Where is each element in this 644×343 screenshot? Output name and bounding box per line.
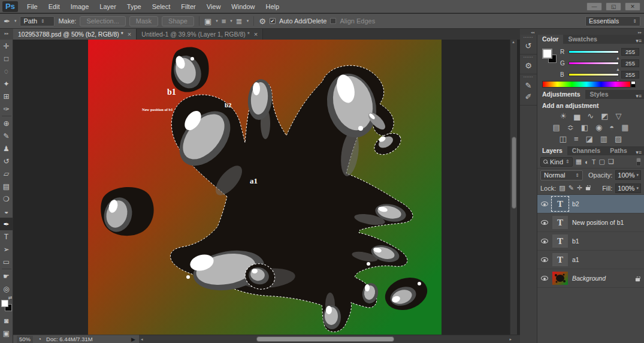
spot-healing-tool[interactable]: ⊕	[0, 117, 13, 130]
blur-tool[interactable]: ❍	[0, 192, 13, 205]
scroll-right-icon[interactable]: ▸	[509, 337, 512, 342]
tool-preset-caret-icon[interactable]: ▾	[14, 19, 17, 23]
foreground-color-swatch[interactable]	[542, 49, 552, 59]
tab-channels[interactable]: Channels	[567, 146, 605, 155]
screen-mode-button[interactable]: ▣	[0, 327, 13, 339]
filter-adjustment-icon[interactable]: ◐	[585, 158, 589, 166]
document-tab-2[interactable]: Untitled-1 @ 39.9% (Layer 1, RGB/8) * ×	[137, 29, 263, 40]
document-canvas[interactable]: b1 b2 New position of b1 a1	[88, 40, 442, 335]
collapse-panels-icon[interactable]: ▸▸	[638, 30, 642, 34]
zoom-tool[interactable]: ◎	[0, 282, 13, 295]
layer-thumbnail[interactable]: T	[552, 197, 568, 210]
gear-icon[interactable]: ⚙	[259, 17, 266, 26]
layer-thumbnail[interactable]: T	[552, 216, 568, 229]
align-edges-checkbox[interactable]	[330, 18, 336, 24]
blue-slider[interactable]: ▲	[569, 73, 619, 76]
posterize-icon[interactable]: ≡	[574, 134, 579, 143]
color-lookup-icon[interactable]: ▦	[621, 123, 628, 132]
exposure-icon[interactable]: ◩	[601, 112, 608, 121]
color-balance-icon[interactable]: ≎	[567, 123, 574, 132]
crop-tool[interactable]: ⊞	[0, 90, 13, 103]
brightness-contrast-icon[interactable]: ☀	[560, 112, 567, 121]
brush-presets-icon[interactable]: ✎	[520, 81, 537, 90]
hue-saturation-icon[interactable]: ▤	[553, 123, 560, 132]
invert-icon[interactable]: ◫	[560, 134, 567, 143]
tool-mode-select[interactable]: Path ⇕	[20, 16, 55, 26]
quick-mask-button[interactable]: ◙	[0, 314, 13, 327]
history-brush-tool[interactable]: ↺	[0, 155, 13, 167]
eraser-tool[interactable]: ▱	[0, 167, 13, 180]
scroll-up-icon[interactable]: ▲	[512, 40, 515, 44]
quick-selection-tool[interactable]: ✦	[0, 77, 13, 90]
horizontal-scrollbar[interactable]: ◂ ▸	[139, 335, 520, 343]
properties-icon[interactable]: ⚙	[520, 61, 537, 70]
panel-menu-icon[interactable]: ▾≡	[636, 38, 644, 44]
red-slider[interactable]: ▲	[569, 50, 619, 53]
menu-file[interactable]: File	[22, 3, 43, 10]
threshold-icon[interactable]: ◪	[586, 134, 593, 143]
tab-paths[interactable]: Paths	[605, 146, 632, 155]
auto-add-delete-checkbox[interactable]: ✔	[270, 18, 276, 24]
clone-stamp-tool[interactable]: ♟	[0, 142, 13, 155]
minimize-button[interactable]: —	[586, 2, 602, 11]
visibility-eye-icon[interactable]	[541, 276, 548, 281]
type-tool[interactable]: T	[0, 230, 13, 243]
gradient-map-icon[interactable]: ▥	[600, 134, 607, 143]
close-button[interactable]: ✕	[625, 2, 640, 11]
filter-shape-icon[interactable]: ▢	[599, 158, 605, 166]
tab-close-icon[interactable]: ×	[128, 31, 131, 38]
toolbar-collapse-icon[interactable]: ▸▸	[0, 29, 13, 40]
move-tool[interactable]: ✛	[0, 40, 13, 52]
path-alignment-icon[interactable]: ≡	[222, 17, 226, 26]
layer-row-b2[interactable]: T b2	[537, 195, 644, 213]
panel-menu-icon[interactable]: ▾≡	[636, 93, 644, 99]
chevron-down-icon[interactable]: ▾	[636, 173, 639, 177]
expand-panels-icon[interactable]: ◂◂	[531, 30, 534, 34]
menu-help[interactable]: Help	[260, 3, 285, 10]
red-value-field[interactable]: 255	[621, 48, 639, 56]
menu-select[interactable]: Select	[147, 3, 176, 10]
vibrance-icon[interactable]: ▽	[615, 112, 621, 121]
chevron-down-icon[interactable]: ▾	[636, 186, 639, 191]
blend-mode-select[interactable]: Normal ⇕	[540, 170, 583, 180]
horizontal-scroll-thumb[interactable]	[256, 336, 394, 342]
layer-thumbnail[interactable]: T	[552, 234, 568, 248]
filter-pixel-icon[interactable]: ▦	[576, 158, 582, 166]
menu-window[interactable]: Window	[226, 3, 260, 10]
menu-filter[interactable]: Filter	[176, 3, 201, 10]
pen-tool[interactable]: ✒	[0, 218, 13, 230]
filter-kind-select[interactable]: Kind ⇕	[540, 157, 573, 167]
swap-colors-icon[interactable]: ⇄	[8, 295, 13, 300]
layer-thumbnail[interactable]	[552, 272, 568, 285]
make-shape-button[interactable]: Shape	[162, 16, 194, 26]
menu-type[interactable]: Type	[122, 3, 147, 10]
restore-button[interactable]: ◱	[606, 2, 621, 11]
visibility-eye-icon[interactable]	[541, 257, 548, 262]
lock-paint-icon[interactable]: ✎	[569, 184, 574, 192]
lock-move-icon[interactable]: ✛	[577, 184, 582, 192]
pen-tool-preset-icon[interactable]: ✒	[4, 17, 10, 26]
path-selection-tool[interactable]: ➢	[0, 243, 13, 255]
tab-layers[interactable]: Layers	[537, 146, 567, 155]
selective-color-icon[interactable]: ▨	[615, 134, 622, 143]
tab-adjustments[interactable]: Adjustments	[537, 90, 585, 99]
visibility-eye-icon[interactable]	[541, 220, 548, 225]
visibility-eye-icon[interactable]	[541, 239, 548, 243]
photo-filter-icon[interactable]: ◉	[595, 123, 602, 132]
tool-presets-icon[interactable]: ✐	[520, 92, 537, 101]
make-mask-button[interactable]: Mask	[129, 16, 158, 26]
black-white-icon[interactable]: ◧	[581, 123, 588, 132]
path-arrange-icon[interactable]: ≣	[236, 17, 243, 26]
green-value-field[interactable]: 255	[621, 59, 639, 67]
levels-icon[interactable]: ▅	[574, 112, 580, 121]
blue-value-field[interactable]: 255	[621, 71, 639, 79]
color-spectrum-ramp[interactable]	[542, 81, 631, 88]
eyedropper-tool[interactable]: ✑	[0, 103, 13, 115]
document-tab-1[interactable]: 102953788.psd @ 50% (b2, RGB/8) * ×	[13, 29, 137, 40]
workspace-select[interactable]: Essentials ⇕	[585, 16, 640, 26]
lock-all-icon[interactable]	[586, 187, 590, 191]
layer-row-new-position[interactable]: T New position of b1	[537, 213, 644, 232]
color-panel-swatches[interactable]	[542, 49, 560, 67]
vertical-scroll-thumb[interactable]	[512, 137, 516, 209]
lock-transparency-icon[interactable]: ▨	[559, 184, 565, 192]
